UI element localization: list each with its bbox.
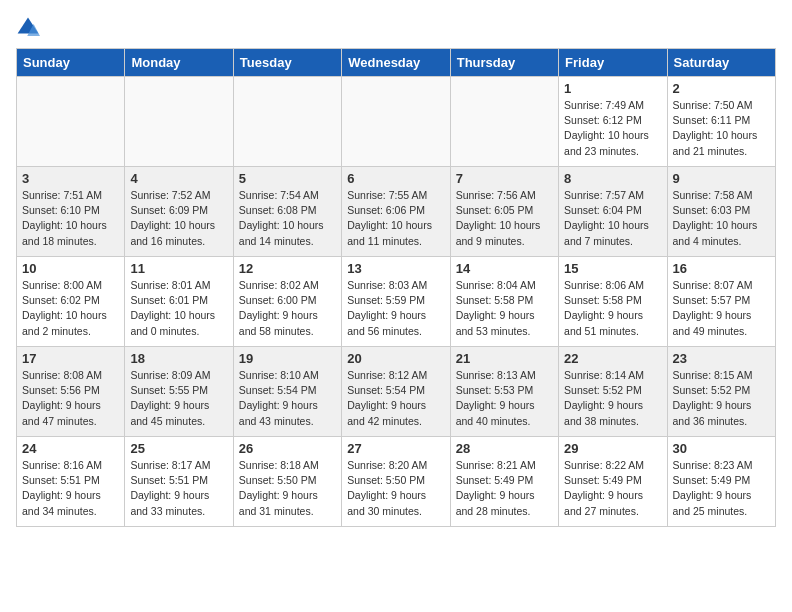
day-number: 16: [673, 261, 770, 276]
day-info: Sunrise: 8:14 AM Sunset: 5:52 PM Dayligh…: [564, 368, 661, 429]
weekday-wednesday: Wednesday: [342, 49, 450, 77]
day-cell: 11Sunrise: 8:01 AM Sunset: 6:01 PM Dayli…: [125, 257, 233, 347]
day-cell: 20Sunrise: 8:12 AM Sunset: 5:54 PM Dayli…: [342, 347, 450, 437]
day-info: Sunrise: 8:00 AM Sunset: 6:02 PM Dayligh…: [22, 278, 119, 339]
day-number: 4: [130, 171, 227, 186]
day-info: Sunrise: 7:50 AM Sunset: 6:11 PM Dayligh…: [673, 98, 770, 159]
day-number: 6: [347, 171, 444, 186]
day-cell: 24Sunrise: 8:16 AM Sunset: 5:51 PM Dayli…: [17, 437, 125, 527]
day-info: Sunrise: 8:23 AM Sunset: 5:49 PM Dayligh…: [673, 458, 770, 519]
day-info: Sunrise: 8:12 AM Sunset: 5:54 PM Dayligh…: [347, 368, 444, 429]
day-cell: 17Sunrise: 8:08 AM Sunset: 5:56 PM Dayli…: [17, 347, 125, 437]
day-cell: 13Sunrise: 8:03 AM Sunset: 5:59 PM Dayli…: [342, 257, 450, 347]
day-cell: 27Sunrise: 8:20 AM Sunset: 5:50 PM Dayli…: [342, 437, 450, 527]
day-cell: [450, 77, 558, 167]
day-cell: 1Sunrise: 7:49 AM Sunset: 6:12 PM Daylig…: [559, 77, 667, 167]
day-number: 29: [564, 441, 661, 456]
day-number: 17: [22, 351, 119, 366]
page-header: [16, 16, 776, 40]
day-cell: 12Sunrise: 8:02 AM Sunset: 6:00 PM Dayli…: [233, 257, 341, 347]
day-cell: 6Sunrise: 7:55 AM Sunset: 6:06 PM Daylig…: [342, 167, 450, 257]
day-cell: 18Sunrise: 8:09 AM Sunset: 5:55 PM Dayli…: [125, 347, 233, 437]
day-number: 15: [564, 261, 661, 276]
day-number: 14: [456, 261, 553, 276]
day-info: Sunrise: 7:55 AM Sunset: 6:06 PM Dayligh…: [347, 188, 444, 249]
day-number: 25: [130, 441, 227, 456]
day-info: Sunrise: 8:17 AM Sunset: 5:51 PM Dayligh…: [130, 458, 227, 519]
day-info: Sunrise: 8:21 AM Sunset: 5:49 PM Dayligh…: [456, 458, 553, 519]
day-number: 10: [22, 261, 119, 276]
day-number: 8: [564, 171, 661, 186]
weekday-monday: Monday: [125, 49, 233, 77]
day-info: Sunrise: 8:09 AM Sunset: 5:55 PM Dayligh…: [130, 368, 227, 429]
day-info: Sunrise: 8:16 AM Sunset: 5:51 PM Dayligh…: [22, 458, 119, 519]
day-info: Sunrise: 7:52 AM Sunset: 6:09 PM Dayligh…: [130, 188, 227, 249]
day-cell: 22Sunrise: 8:14 AM Sunset: 5:52 PM Dayli…: [559, 347, 667, 437]
day-info: Sunrise: 7:58 AM Sunset: 6:03 PM Dayligh…: [673, 188, 770, 249]
day-number: 21: [456, 351, 553, 366]
day-cell: [342, 77, 450, 167]
day-number: 22: [564, 351, 661, 366]
day-info: Sunrise: 8:20 AM Sunset: 5:50 PM Dayligh…: [347, 458, 444, 519]
day-info: Sunrise: 7:57 AM Sunset: 6:04 PM Dayligh…: [564, 188, 661, 249]
week-row-4: 17Sunrise: 8:08 AM Sunset: 5:56 PM Dayli…: [17, 347, 776, 437]
day-cell: 26Sunrise: 8:18 AM Sunset: 5:50 PM Dayli…: [233, 437, 341, 527]
day-info: Sunrise: 7:49 AM Sunset: 6:12 PM Dayligh…: [564, 98, 661, 159]
day-number: 13: [347, 261, 444, 276]
day-info: Sunrise: 8:03 AM Sunset: 5:59 PM Dayligh…: [347, 278, 444, 339]
day-cell: [233, 77, 341, 167]
weekday-tuesday: Tuesday: [233, 49, 341, 77]
day-info: Sunrise: 8:06 AM Sunset: 5:58 PM Dayligh…: [564, 278, 661, 339]
week-row-5: 24Sunrise: 8:16 AM Sunset: 5:51 PM Dayli…: [17, 437, 776, 527]
day-cell: 16Sunrise: 8:07 AM Sunset: 5:57 PM Dayli…: [667, 257, 775, 347]
day-number: 23: [673, 351, 770, 366]
logo: [16, 16, 44, 40]
day-cell: 29Sunrise: 8:22 AM Sunset: 5:49 PM Dayli…: [559, 437, 667, 527]
day-cell: 4Sunrise: 7:52 AM Sunset: 6:09 PM Daylig…: [125, 167, 233, 257]
day-cell: 30Sunrise: 8:23 AM Sunset: 5:49 PM Dayli…: [667, 437, 775, 527]
day-info: Sunrise: 8:15 AM Sunset: 5:52 PM Dayligh…: [673, 368, 770, 429]
weekday-header-row: SundayMondayTuesdayWednesdayThursdayFrid…: [17, 49, 776, 77]
day-cell: [17, 77, 125, 167]
day-cell: 2Sunrise: 7:50 AM Sunset: 6:11 PM Daylig…: [667, 77, 775, 167]
day-number: 5: [239, 171, 336, 186]
day-number: 3: [22, 171, 119, 186]
day-cell: 15Sunrise: 8:06 AM Sunset: 5:58 PM Dayli…: [559, 257, 667, 347]
day-info: Sunrise: 8:18 AM Sunset: 5:50 PM Dayligh…: [239, 458, 336, 519]
day-info: Sunrise: 7:56 AM Sunset: 6:05 PM Dayligh…: [456, 188, 553, 249]
weekday-sunday: Sunday: [17, 49, 125, 77]
day-info: Sunrise: 8:04 AM Sunset: 5:58 PM Dayligh…: [456, 278, 553, 339]
day-cell: 14Sunrise: 8:04 AM Sunset: 5:58 PM Dayli…: [450, 257, 558, 347]
day-number: 20: [347, 351, 444, 366]
day-number: 28: [456, 441, 553, 456]
day-info: Sunrise: 8:02 AM Sunset: 6:00 PM Dayligh…: [239, 278, 336, 339]
logo-icon: [16, 16, 40, 40]
day-number: 9: [673, 171, 770, 186]
day-number: 7: [456, 171, 553, 186]
day-info: Sunrise: 8:08 AM Sunset: 5:56 PM Dayligh…: [22, 368, 119, 429]
day-cell: 21Sunrise: 8:13 AM Sunset: 5:53 PM Dayli…: [450, 347, 558, 437]
day-number: 19: [239, 351, 336, 366]
day-cell: 3Sunrise: 7:51 AM Sunset: 6:10 PM Daylig…: [17, 167, 125, 257]
day-info: Sunrise: 8:07 AM Sunset: 5:57 PM Dayligh…: [673, 278, 770, 339]
day-number: 27: [347, 441, 444, 456]
day-cell: 9Sunrise: 7:58 AM Sunset: 6:03 PM Daylig…: [667, 167, 775, 257]
day-number: 11: [130, 261, 227, 276]
weekday-friday: Friday: [559, 49, 667, 77]
week-row-2: 3Sunrise: 7:51 AM Sunset: 6:10 PM Daylig…: [17, 167, 776, 257]
week-row-3: 10Sunrise: 8:00 AM Sunset: 6:02 PM Dayli…: [17, 257, 776, 347]
day-number: 2: [673, 81, 770, 96]
day-info: Sunrise: 8:13 AM Sunset: 5:53 PM Dayligh…: [456, 368, 553, 429]
day-cell: 28Sunrise: 8:21 AM Sunset: 5:49 PM Dayli…: [450, 437, 558, 527]
weekday-thursday: Thursday: [450, 49, 558, 77]
day-number: 24: [22, 441, 119, 456]
day-info: Sunrise: 7:51 AM Sunset: 6:10 PM Dayligh…: [22, 188, 119, 249]
day-cell: 19Sunrise: 8:10 AM Sunset: 5:54 PM Dayli…: [233, 347, 341, 437]
day-number: 12: [239, 261, 336, 276]
day-number: 26: [239, 441, 336, 456]
day-number: 18: [130, 351, 227, 366]
day-cell: 8Sunrise: 7:57 AM Sunset: 6:04 PM Daylig…: [559, 167, 667, 257]
weekday-saturday: Saturday: [667, 49, 775, 77]
day-cell: 7Sunrise: 7:56 AM Sunset: 6:05 PM Daylig…: [450, 167, 558, 257]
day-info: Sunrise: 7:54 AM Sunset: 6:08 PM Dayligh…: [239, 188, 336, 249]
